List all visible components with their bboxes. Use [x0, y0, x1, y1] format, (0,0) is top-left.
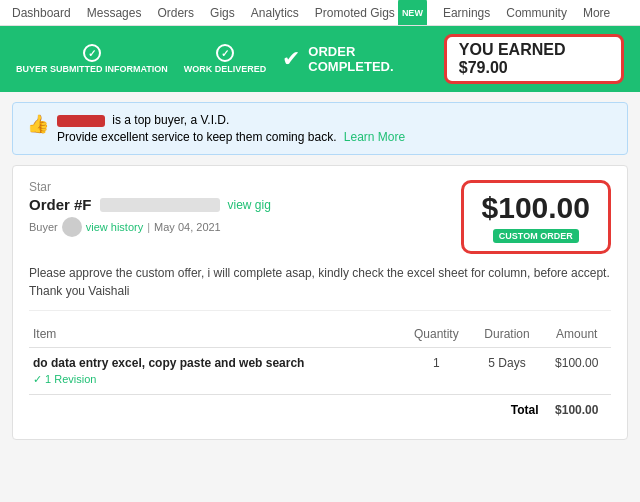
nav-dashboard[interactable]: Dashboard	[4, 0, 79, 26]
table-row: do data entry excel, copy paste and web …	[29, 348, 611, 395]
total-row: Total $100.00	[29, 395, 611, 426]
price-amount: $100.00	[482, 191, 590, 225]
order-info-left: Star Order #F view gig Buyer view histor…	[29, 180, 271, 237]
order-message: Please approve the custom offer, i will …	[29, 264, 611, 311]
buyer-label: Buyer	[29, 221, 58, 233]
item-name: do data entry excel, copy paste and web …	[33, 356, 397, 370]
status-step-2: ✓ WORK DELIVERED	[184, 44, 267, 74]
order-id-row: Order #F view gig	[29, 196, 271, 213]
order-buyer-row: Buyer view history | May 04, 2021	[29, 217, 271, 237]
order-id-redacted	[100, 198, 220, 212]
col-header-item: Item	[29, 321, 401, 348]
order-date: May 04, 2021	[154, 221, 221, 233]
total-amount: $100.00	[543, 395, 611, 426]
col-header-quantity: Quantity	[401, 321, 471, 348]
total-label: Total	[29, 395, 543, 426]
custom-order-badge: CUSTOM ORDER	[493, 229, 579, 243]
item-duration: 5 Days	[471, 348, 542, 395]
buyer-name-redacted	[57, 115, 105, 127]
item-details: do data entry excel, copy paste and web …	[29, 348, 401, 395]
buyer-vip-text: is a top buyer, a V.I.D.	[112, 113, 229, 127]
item-amount: $100.00	[543, 348, 611, 395]
status-bar: ✓ BUYER SUBMITTED INFORMATION ✓ WORK DEL…	[0, 26, 640, 92]
nav-promoted-gigs[interactable]: Promoted Gigs NEW	[307, 0, 435, 26]
step2-icon: ✓	[216, 44, 234, 62]
order-card: Star Order #F view gig Buyer view histor…	[12, 165, 628, 440]
view-history-link[interactable]: view history	[86, 221, 143, 233]
step1-label: BUYER SUBMITTED INFORMATION	[16, 64, 168, 74]
status-step-1: ✓ BUYER SUBMITTED INFORMATION	[16, 44, 168, 74]
order-completed-section: ✔ ORDER COMPLETED. YOU EARNED $79.00	[282, 34, 624, 84]
earned-amount-box: YOU EARNED $79.00	[444, 34, 624, 84]
order-price-right: $100.00 CUSTOM ORDER	[461, 180, 611, 254]
promoted-gigs-badge: NEW	[398, 0, 427, 26]
nav-gigs[interactable]: Gigs	[202, 0, 243, 26]
completed-checkmark: ✔	[282, 46, 300, 72]
completed-text: ORDER COMPLETED.	[308, 44, 435, 74]
order-prefix: Order #F	[29, 196, 92, 213]
buyer-info-text: is a top buyer, a V.I.D. Provide excelle…	[57, 113, 405, 144]
item-revision: 1 Revision	[33, 373, 397, 386]
step2-label: WORK DELIVERED	[184, 64, 267, 74]
buyer-info-banner: 👍 is a top buyer, a V.I.D. Provide excel…	[12, 102, 628, 155]
order-items-table: Item Quantity Duration Amount do data en…	[29, 321, 611, 425]
earned-amount: YOU EARNED $79.00	[459, 41, 566, 76]
buyer-info-subtext: Provide excellent service to keep them c…	[57, 130, 336, 144]
nav-messages[interactable]: Messages	[79, 0, 150, 26]
order-star-label: Star	[29, 180, 271, 194]
learn-more-link[interactable]: Learn More	[344, 130, 405, 144]
step1-icon: ✓	[83, 44, 101, 62]
thumbs-up-icon: 👍	[27, 113, 49, 135]
nav-earnings[interactable]: Earnings	[435, 0, 498, 26]
nav-community[interactable]: Community	[498, 0, 575, 26]
nav-orders[interactable]: Orders	[149, 0, 202, 26]
order-header: Star Order #F view gig Buyer view histor…	[29, 180, 611, 254]
nav-more[interactable]: More	[575, 0, 618, 26]
nav-analytics[interactable]: Analytics	[243, 0, 307, 26]
order-date-separator: |	[147, 221, 150, 233]
col-header-duration: Duration	[471, 321, 542, 348]
price-box: $100.00 CUSTOM ORDER	[461, 180, 611, 254]
top-nav: Dashboard Messages Orders Gigs Analytics…	[0, 0, 640, 26]
col-header-amount: Amount	[543, 321, 611, 348]
buyer-avatar	[62, 217, 82, 237]
view-gig-link[interactable]: view gig	[228, 198, 271, 212]
item-quantity: 1	[401, 348, 471, 395]
